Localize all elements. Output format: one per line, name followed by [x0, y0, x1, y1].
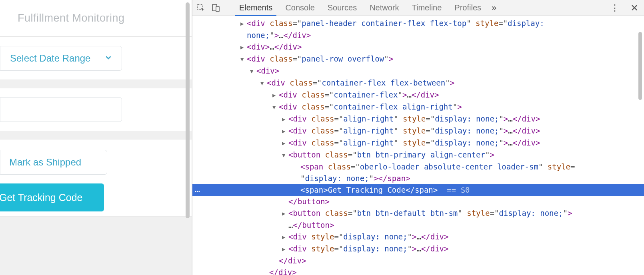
get-tracking-code-label: Get Tracking Code	[0, 192, 82, 203]
expand-arrow-icon[interactable]: ▶	[282, 138, 288, 149]
chevron-down-icon	[104, 53, 113, 64]
expand-arrow-icon[interactable]: ▶	[282, 126, 288, 137]
app-header: Fulfillment Monitoring	[0, 0, 192, 37]
dom-line[interactable]: ▶<div>…</div>	[192, 41, 644, 53]
devtools-toolbar: ElementsConsoleSourcesNetworkTimelinePro…	[192, 0, 644, 16]
svg-rect-2	[216, 6, 219, 12]
dom-line[interactable]: </div>	[192, 267, 644, 275]
dom-line[interactable]: ▶<div class="align-right" style="display…	[192, 113, 644, 125]
devtools-close-icon[interactable]: ✕	[630, 2, 638, 14]
expand-arrow-icon[interactable]: ▶	[240, 18, 246, 30]
dom-line[interactable]: ▶<div style="display: none;">…</div>	[192, 243, 644, 255]
mark-shipped-label: Mark as Shipped	[9, 157, 81, 168]
collapse-arrow-icon[interactable]: ▼	[260, 78, 266, 89]
page-title: Fulfillment Monitoring	[18, 12, 125, 24]
devtools-tab-network[interactable]: Network	[363, 0, 405, 16]
devtools-tab-profiles[interactable]: Profiles	[448, 0, 488, 16]
device-toolbar-icon[interactable]	[211, 3, 220, 13]
devtools-elements-panel[interactable]: ▶<div class="panel-header container-flex…	[192, 16, 644, 275]
expand-arrow-icon[interactable]: ▶	[282, 114, 288, 125]
devtools-tab-console[interactable]: Console	[279, 0, 321, 16]
dom-line[interactable]: ▶<div class="panel-header container-flex…	[192, 18, 644, 30]
expand-arrow-icon[interactable]: ▶	[282, 208, 288, 219]
dom-line[interactable]: ▼<div class="panel-row overflow">	[192, 53, 644, 65]
date-range-select[interactable]: Select Date Range	[0, 46, 122, 71]
expand-arrow-icon[interactable]: ▶	[240, 42, 246, 53]
dom-line[interactable]: ▼<div>	[192, 65, 644, 77]
date-range-label: Select Date Range	[10, 53, 104, 64]
devtools-scrollbar[interactable]	[637, 16, 643, 275]
dom-line[interactable]: ▶<div class="container-flex">…</div>	[192, 89, 644, 101]
expand-arrow-icon[interactable]: ▶	[282, 243, 288, 255]
dom-line[interactable]: ▶<div class="align-right" style="display…	[192, 137, 644, 149]
devtools-toolbar-right: ⋮ ✕	[610, 2, 641, 14]
date-range-block: Select Date Range	[0, 37, 192, 80]
dom-line[interactable]: none;">…</div>	[192, 30, 644, 41]
dom-line[interactable]: </button>	[192, 196, 644, 207]
dom-line[interactable]: …<span>Get Tracking Code</span> == $0	[192, 184, 644, 196]
expand-arrow-icon[interactable]: ▶	[272, 90, 278, 101]
app-body: Select Date Range Mark as Shipped Get Tr…	[0, 37, 192, 275]
dom-line[interactable]: ▼<button class="btn btn-primary align-ce…	[192, 149, 644, 161]
dom-line[interactable]: ▶<div style="display: none;">…</div>	[192, 231, 644, 243]
collapse-arrow-icon[interactable]: ▼	[272, 102, 278, 113]
app-pane: Fulfillment Monitoring Select Date Range…	[0, 0, 192, 275]
dom-line[interactable]: </div>	[192, 255, 644, 267]
dom-line[interactable]: <span class="oberlo-loader absolute-cent…	[192, 161, 644, 173]
devtools-tab-elements[interactable]: Elements	[233, 0, 279, 16]
expand-arrow-icon[interactable]: ▶	[282, 231, 288, 243]
filter-input[interactable]	[0, 97, 122, 122]
devtools-pane: ElementsConsoleSourcesNetworkTimelinePro…	[192, 0, 644, 275]
collapse-arrow-icon[interactable]: ▼	[240, 54, 246, 65]
devtools-dom-tree[interactable]: ▶<div class="panel-header container-flex…	[192, 16, 644, 275]
devtools-tabs: ElementsConsoleSourcesNetworkTimelinePro…	[233, 0, 488, 16]
inspect-element-icon[interactable]	[196, 3, 206, 13]
devtools-tabs-overflow-icon[interactable]: »	[492, 3, 496, 13]
dom-line[interactable]: ▶<div class="align-right" style="display…	[192, 125, 644, 137]
mark-shipped-button[interactable]: Mark as Shipped	[0, 150, 107, 175]
get-tracking-code-button[interactable]: Get Tracking Code	[0, 183, 104, 211]
devtools-tab-timeline[interactable]: Timeline	[406, 0, 448, 16]
devtools-scrollbar-thumb[interactable]	[638, 32, 642, 100]
dom-line[interactable]: ▼<div class="container-flex align-right"…	[192, 101, 644, 113]
actions-block: Mark as Shipped Get Tracking Code	[0, 139, 192, 217]
app-scrollbar[interactable]	[184, 0, 191, 275]
dom-line-actions-icon[interactable]: …	[195, 183, 200, 195]
dom-line[interactable]: "display: none;"></span>	[192, 173, 644, 184]
dom-line[interactable]: …</button>	[192, 219, 644, 231]
collapse-arrow-icon[interactable]: ▼	[282, 149, 288, 161]
devtools-tab-sources[interactable]: Sources	[321, 0, 363, 16]
app-scrollbar-thumb[interactable]	[186, 2, 190, 218]
collapse-arrow-icon[interactable]: ▼	[250, 66, 256, 77]
dom-line[interactable]: ▼<div class="container-flex flex-between…	[192, 77, 644, 89]
dom-line[interactable]: ▶<button class="btn btn-default btn-sm" …	[192, 207, 644, 219]
filter-block	[0, 88, 192, 131]
devtools-inspect-group	[196, 0, 227, 16]
devtools-menu-icon[interactable]: ⋮	[610, 3, 619, 13]
